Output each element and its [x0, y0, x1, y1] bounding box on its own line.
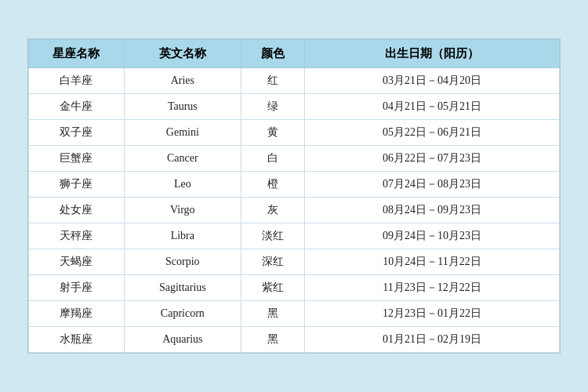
table-body: 白羊座Aries红03月21日－04月20日金牛座Taurus绿04月21日－0… [29, 68, 560, 353]
table-row: 巨蟹座Cancer白06月22日－07月23日 [29, 146, 560, 172]
cell-color: 黑 [241, 327, 304, 353]
header-cn: 星座名称 [29, 40, 125, 68]
header-date: 出生日期（阳历） [305, 40, 560, 68]
cell-date: 09月24日－10月23日 [305, 223, 560, 249]
cell-en: Aries [124, 68, 241, 94]
cell-date: 08月24日－09月23日 [305, 198, 560, 223]
cell-date: 12月23日－01月22日 [305, 301, 560, 327]
table-row: 水瓶座Aquarius黑01月21日－02月19日 [29, 327, 560, 353]
cell-color: 黄 [241, 120, 304, 146]
cell-color: 灰 [241, 198, 304, 223]
cell-cn: 处女座 [29, 198, 125, 223]
table-row: 天秤座Libra淡红09月24日－10月23日 [29, 223, 560, 249]
cell-en: Gemini [124, 120, 241, 146]
cell-color: 淡红 [241, 223, 304, 249]
cell-color: 白 [241, 146, 304, 172]
cell-date: 10月24日－11月22日 [305, 249, 560, 275]
table-row: 狮子座Leo橙07月24日－08月23日 [29, 172, 560, 198]
cell-en: Libra [124, 223, 241, 249]
cell-date: 07月24日－08月23日 [305, 172, 560, 198]
cell-en: Cancer [124, 146, 241, 172]
cell-en: Virgo [124, 198, 241, 223]
header-en: 英文名称 [124, 40, 241, 68]
cell-en: Sagittarius [124, 275, 241, 301]
cell-cn: 天秤座 [29, 223, 125, 249]
cell-color: 绿 [241, 94, 304, 120]
cell-cn: 天蝎座 [29, 249, 125, 275]
cell-date: 06月22日－07月23日 [305, 146, 560, 172]
cell-color: 深红 [241, 249, 304, 275]
zodiac-table-container: 星座名称 英文名称 颜色 出生日期（阳历） 白羊座Aries红03月21日－04… [27, 38, 561, 354]
cell-en: Aquarius [124, 327, 241, 353]
cell-cn: 白羊座 [29, 68, 125, 94]
cell-cn: 射手座 [29, 275, 125, 301]
cell-en: Capricorn [124, 301, 241, 327]
cell-cn: 水瓶座 [29, 327, 125, 353]
header-color: 颜色 [241, 40, 304, 68]
cell-date: 04月21日－05月21日 [305, 94, 560, 120]
zodiac-table: 星座名称 英文名称 颜色 出生日期（阳历） 白羊座Aries红03月21日－04… [28, 39, 560, 353]
cell-date: 03月21日－04月20日 [305, 68, 560, 94]
cell-en: Scorpio [124, 249, 241, 275]
cell-cn: 摩羯座 [29, 301, 125, 327]
table-row: 白羊座Aries红03月21日－04月20日 [29, 68, 560, 94]
cell-date: 05月22日－06月21日 [305, 120, 560, 146]
table-row: 处女座Virgo灰08月24日－09月23日 [29, 198, 560, 223]
cell-cn: 金牛座 [29, 94, 125, 120]
table-row: 射手座Sagittarius紫红11月23日－12月22日 [29, 275, 560, 301]
cell-color: 红 [241, 68, 304, 94]
cell-cn: 双子座 [29, 120, 125, 146]
cell-en: Leo [124, 172, 241, 198]
table-header-row: 星座名称 英文名称 颜色 出生日期（阳历） [29, 40, 560, 68]
table-row: 天蝎座Scorpio深红10月24日－11月22日 [29, 249, 560, 275]
table-row: 双子座Gemini黄05月22日－06月21日 [29, 120, 560, 146]
cell-color: 黑 [241, 301, 304, 327]
cell-color: 紫红 [241, 275, 304, 301]
table-row: 摩羯座Capricorn黑12月23日－01月22日 [29, 301, 560, 327]
cell-en: Taurus [124, 94, 241, 120]
cell-date: 11月23日－12月22日 [305, 275, 560, 301]
cell-color: 橙 [241, 172, 304, 198]
cell-date: 01月21日－02月19日 [305, 327, 560, 353]
table-row: 金牛座Taurus绿04月21日－05月21日 [29, 94, 560, 120]
cell-cn: 巨蟹座 [29, 146, 125, 172]
cell-cn: 狮子座 [29, 172, 125, 198]
